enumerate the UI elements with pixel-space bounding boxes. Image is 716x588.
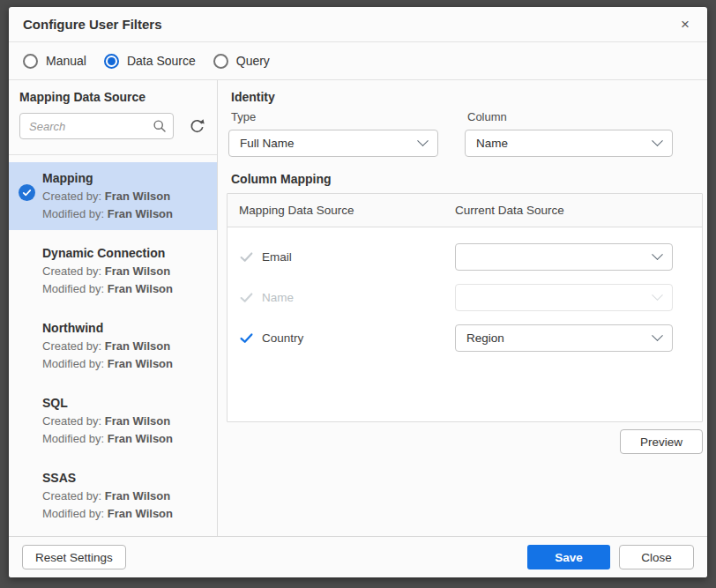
search-icon bbox=[153, 119, 167, 133]
identity-mapping-panel: Identity Type Full Name Column Name bbox=[218, 80, 707, 536]
identity-column-select[interactable]: Name bbox=[465, 130, 673, 157]
radio-icon bbox=[23, 54, 38, 69]
check-icon-blue bbox=[239, 331, 254, 346]
filter-mode-radios: Manual Data Source Query bbox=[9, 42, 707, 80]
radio-query[interactable]: Query bbox=[213, 54, 270, 69]
chevron-down-icon bbox=[417, 135, 429, 146]
list-item-mapping[interactable]: Mapping Created by: Fran Wilson Modified… bbox=[9, 162, 217, 230]
chevron-down-icon bbox=[652, 135, 663, 146]
list-item-ssas[interactable]: SSAS Created by: Fran Wilson Modified by… bbox=[9, 462, 217, 530]
column-mapping-section-title: Column Mapping bbox=[231, 172, 704, 186]
refresh-button[interactable] bbox=[187, 116, 206, 136]
list-item-dynamic-connection[interactable]: Dynamic Connection Created by: Fran Wils… bbox=[9, 237, 217, 305]
identity-type-select[interactable]: Full Name bbox=[228, 130, 438, 157]
dialog-header: Configure User Filters × bbox=[9, 7, 707, 42]
table-row-country: Country Region bbox=[227, 317, 702, 358]
radio-data-source[interactable]: Data Source bbox=[104, 54, 196, 69]
column-label: Column bbox=[467, 110, 673, 123]
chevron-down-icon bbox=[652, 289, 663, 301]
data-source-list: Mapping Created by: Fran Wilson Modified… bbox=[9, 155, 217, 536]
check-icon-gray bbox=[239, 290, 254, 305]
dialog-footer: Reset Settings Save Close bbox=[9, 536, 707, 577]
refresh-icon bbox=[189, 118, 205, 135]
list-item-northwind[interactable]: Northwind Created by: Fran Wilson Modifi… bbox=[9, 312, 217, 380]
save-button[interactable]: Save bbox=[527, 545, 610, 569]
panel-title: Mapping Data Source bbox=[19, 90, 206, 104]
table-row-email: Email bbox=[227, 236, 702, 277]
column-mapping-table: Mapping Data Source Current Data Source … bbox=[227, 193, 703, 422]
type-label: Type bbox=[231, 110, 438, 123]
mapping-data-source-panel: Mapping Data Source bbox=[9, 80, 218, 536]
identity-section-title: Identity bbox=[231, 90, 704, 104]
email-mapping-select[interactable] bbox=[455, 243, 673, 271]
chevron-down-icon bbox=[652, 249, 663, 260]
preview-button[interactable]: Preview bbox=[620, 429, 703, 454]
column-header: Current Data Source bbox=[455, 204, 702, 217]
close-icon[interactable]: × bbox=[677, 15, 693, 33]
radio-icon-selected bbox=[104, 54, 119, 69]
list-item-sql[interactable]: SQL Created by: Fran Wilson Modified by:… bbox=[9, 387, 217, 455]
close-button[interactable]: Close bbox=[619, 545, 694, 569]
chevron-down-icon bbox=[652, 330, 663, 341]
check-icon-gray bbox=[239, 249, 254, 264]
radio-icon bbox=[213, 54, 228, 69]
country-mapping-select[interactable]: Region bbox=[455, 324, 673, 352]
reset-settings-button[interactable]: Reset Settings bbox=[22, 545, 126, 569]
name-mapping-select-disabled bbox=[455, 284, 673, 311]
selected-check-icon bbox=[19, 184, 35, 201]
radio-manual[interactable]: Manual bbox=[23, 54, 86, 69]
table-row-name: Name bbox=[227, 277, 702, 317]
column-header: Mapping Data Source bbox=[227, 204, 455, 217]
column-mapping-header-row: Mapping Data Source Current Data Source bbox=[227, 194, 702, 227]
search-input[interactable] bbox=[19, 113, 174, 139]
dialog-title: Configure User Filters bbox=[23, 17, 162, 32]
configure-user-filters-dialog: Configure User Filters × Manual Data Sou… bbox=[9, 7, 707, 577]
